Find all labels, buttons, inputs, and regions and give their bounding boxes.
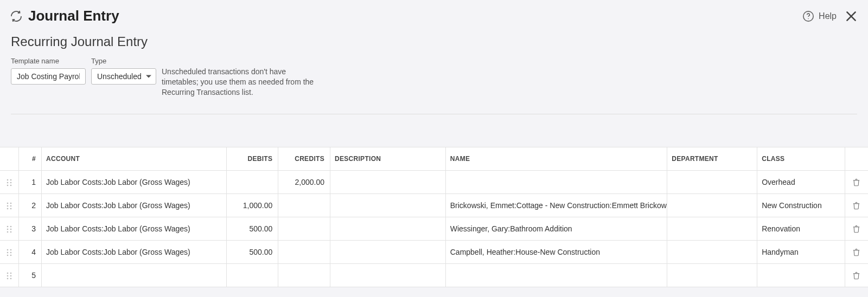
table-row[interactable]: 2Job Labor Costs:Job Labor (Gross Wages)…: [0, 193, 868, 217]
svg-point-28: [7, 273, 8, 274]
cell-department[interactable]: [667, 170, 757, 193]
cell-debits[interactable]: [226, 170, 278, 193]
cell-description[interactable]: [330, 263, 445, 287]
drag-handle-icon[interactable]: [6, 201, 12, 210]
svg-point-27: [10, 255, 11, 256]
template-name-label: Template name: [11, 57, 86, 65]
table-row[interactable]: 3Job Labor Costs:Job Labor (Gross Wages)…: [0, 217, 868, 240]
cell-account[interactable]: Job Labor Costs:Job Labor (Gross Wages): [42, 170, 226, 193]
cell-description[interactable]: [330, 170, 445, 193]
cell-debits[interactable]: [226, 263, 278, 287]
delete-row-button[interactable]: [852, 270, 860, 280]
cell-name[interactable]: Brickowski, Emmet:Cottage - New Construc…: [445, 193, 667, 217]
table-row[interactable]: 4Job Labor Costs:Job Labor (Gross Wages)…: [0, 240, 868, 263]
drag-handle-icon[interactable]: [6, 178, 12, 186]
svg-point-23: [10, 249, 11, 251]
table-row[interactable]: 1Job Labor Costs:Job Labor (Gross Wages)…: [0, 170, 868, 193]
cell-number: 3: [18, 217, 42, 240]
svg-point-5: [10, 179, 11, 181]
cell-number: 5: [18, 263, 42, 287]
cell-department[interactable]: [667, 193, 757, 217]
col-description: DESCRIPTION: [330, 147, 445, 170]
svg-point-14: [7, 208, 8, 210]
cell-name[interactable]: [445, 170, 667, 193]
svg-point-29: [10, 273, 11, 274]
cell-credits[interactable]: 2,000.00: [278, 170, 330, 193]
cell-name[interactable]: [445, 263, 667, 287]
type-label: Type: [91, 57, 156, 65]
svg-point-17: [10, 226, 11, 228]
cell-credits[interactable]: [278, 263, 330, 287]
col-drag: [0, 147, 18, 170]
svg-point-22: [7, 249, 8, 251]
cell-number: 2: [18, 193, 42, 217]
delete-row-button[interactable]: [852, 224, 860, 233]
svg-point-32: [7, 278, 8, 280]
svg-point-9: [10, 185, 11, 186]
cell-name[interactable]: Wiessinger, Gary:Bathroom Addition: [445, 217, 667, 240]
svg-point-18: [7, 229, 8, 230]
delete-row-button[interactable]: [852, 247, 860, 256]
cell-class[interactable]: New Construction: [757, 193, 845, 217]
svg-point-13: [10, 205, 11, 207]
cell-debits[interactable]: 1,000.00: [226, 193, 278, 217]
close-button[interactable]: [844, 9, 858, 23]
cell-account[interactable]: Job Labor Costs:Job Labor (Gross Wages): [42, 217, 226, 240]
col-number: #: [18, 147, 42, 170]
delete-row-button[interactable]: [852, 201, 860, 210]
cell-debits[interactable]: 500.00: [226, 240, 278, 263]
journal-lines-table: # ACCOUNT DEBITS CREDITS DESCRIPTION NAM…: [0, 147, 868, 287]
svg-point-24: [7, 252, 8, 254]
form-subtitle: Recurring Journal Entry: [11, 34, 857, 49]
help-icon: [802, 10, 814, 22]
cell-class[interactable]: Renovation: [757, 217, 845, 240]
cell-account[interactable]: Job Labor Costs:Job Labor (Gross Wages): [42, 193, 226, 217]
cell-credits[interactable]: [278, 193, 330, 217]
cell-account[interactable]: [42, 263, 226, 287]
svg-point-12: [7, 205, 8, 207]
cell-department[interactable]: [667, 240, 757, 263]
col-class: CLASS: [757, 147, 845, 170]
cell-credits[interactable]: [278, 217, 330, 240]
svg-point-26: [7, 255, 8, 256]
drag-handle-icon[interactable]: [6, 224, 12, 233]
svg-point-7: [10, 182, 11, 184]
cell-account[interactable]: Job Labor Costs:Job Labor (Gross Wages): [42, 240, 226, 263]
cell-debits[interactable]: 500.00: [226, 217, 278, 240]
template-name-input[interactable]: [11, 68, 86, 85]
cell-class[interactable]: Handyman: [757, 240, 845, 263]
svg-point-20: [7, 231, 8, 233]
help-button[interactable]: Help: [802, 10, 837, 22]
drag-handle-icon[interactable]: [6, 271, 12, 280]
svg-point-19: [10, 229, 11, 230]
svg-point-6: [7, 182, 8, 184]
window-titlebar: Journal Entry Help: [0, 0, 868, 29]
svg-point-10: [7, 203, 8, 204]
recurring-form-header: Recurring Journal Entry Template name Ty…: [0, 29, 868, 114]
svg-point-30: [7, 275, 8, 277]
cell-name[interactable]: Campbell, Heather:House-New Construction: [445, 240, 667, 263]
cell-department[interactable]: [667, 217, 757, 240]
cell-class[interactable]: Overhead: [757, 170, 845, 193]
cell-department[interactable]: [667, 263, 757, 287]
page-title: Journal Entry: [28, 8, 119, 24]
type-select-value: Unscheduled: [97, 72, 142, 81]
table-row[interactable]: 5: [0, 263, 868, 287]
col-department: DEPARTMENT: [667, 147, 757, 170]
table-header-row: # ACCOUNT DEBITS CREDITS DESCRIPTION NAM…: [0, 147, 868, 170]
cell-description[interactable]: [330, 240, 445, 263]
cell-description[interactable]: [330, 217, 445, 240]
type-hint-text: Unscheduled transactions don't have time…: [162, 67, 324, 98]
section-divider: [11, 114, 857, 114]
drag-handle-icon[interactable]: [6, 248, 12, 256]
delete-row-button[interactable]: [852, 177, 860, 186]
cell-class[interactable]: [757, 263, 845, 287]
cell-credits[interactable]: [278, 240, 330, 263]
type-select[interactable]: Unscheduled: [91, 68, 156, 85]
svg-point-33: [10, 278, 11, 280]
help-label: Help: [819, 11, 837, 21]
cell-description[interactable]: [330, 193, 445, 217]
cell-number: 4: [18, 240, 42, 263]
col-account: ACCOUNT: [42, 147, 226, 170]
chevron-down-icon: [146, 75, 151, 78]
